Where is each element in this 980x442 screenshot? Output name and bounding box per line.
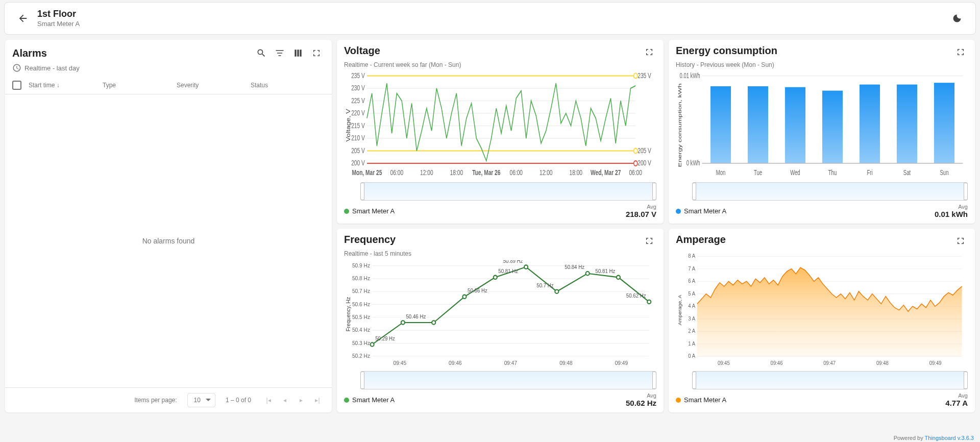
voltage-fullscreen-button[interactable] xyxy=(642,45,656,59)
svg-text:Sun: Sun xyxy=(940,168,948,177)
alarms-search-button[interactable] xyxy=(253,45,270,61)
minimap-handle-right[interactable] xyxy=(652,372,656,389)
svg-text:50.4 Hz: 50.4 Hz xyxy=(352,327,370,333)
svg-point-93 xyxy=(617,276,620,279)
minimap-handle-left[interactable] xyxy=(360,372,364,389)
voltage-chart[interactable]: 200 V205 V210 V215 V220 V225 V230 V235 V… xyxy=(337,71,664,179)
svg-text:50.62 Hz: 50.62 Hz xyxy=(626,293,646,299)
alarms-fullscreen-button[interactable] xyxy=(308,45,325,61)
svg-text:0 A: 0 A xyxy=(688,353,695,359)
amperage-chart[interactable]: 0 A1 A2 A3 A4 A5 A6 A7 A8 AAmperage, A09… xyxy=(669,252,975,368)
amperage-title: Amperage xyxy=(676,234,726,245)
svg-point-95 xyxy=(647,300,651,304)
voltage-card: Voltage Realtime - Current week so far (… xyxy=(337,40,664,224)
svg-text:Tue: Tue xyxy=(754,168,762,177)
amperage-legend: Smart Meter A xyxy=(684,396,726,404)
column-type[interactable]: Type xyxy=(103,82,177,89)
minimap-handle-right[interactable] xyxy=(652,183,656,200)
svg-rect-49 xyxy=(860,85,880,163)
svg-rect-53 xyxy=(934,83,954,163)
minimap-handle-right[interactable] xyxy=(964,183,968,200)
pager-prev-button[interactable]: ◂ xyxy=(278,393,292,407)
column-severity[interactable]: Severity xyxy=(177,82,251,89)
topbar-titles: 1st Floor Smart Meter A xyxy=(37,9,80,28)
alarms-timewindow[interactable]: Realtime - last day xyxy=(5,63,332,77)
alarms-columns-button[interactable] xyxy=(290,45,306,61)
svg-rect-45 xyxy=(785,87,805,163)
svg-text:225 V: 225 V xyxy=(351,96,365,105)
thingsboard-link[interactable]: Thingsboard v.3.6.3 xyxy=(925,435,974,441)
amperage-avg-caption: Avg xyxy=(945,392,968,399)
voltage-legend-dot xyxy=(344,209,349,214)
back-button[interactable] xyxy=(13,8,33,29)
fullscreen-icon xyxy=(645,48,653,56)
column-start-time[interactable]: Start time ↓ xyxy=(29,82,103,89)
svg-text:50.8 Hz: 50.8 Hz xyxy=(352,276,370,281)
svg-point-82 xyxy=(432,321,435,324)
svg-text:215 V: 215 V xyxy=(351,121,365,130)
columns-icon xyxy=(293,48,303,58)
sort-desc-icon: ↓ xyxy=(57,82,60,89)
alarms-empty-message: No alarms found xyxy=(5,94,332,387)
dark-mode-toggle[interactable] xyxy=(947,8,967,29)
svg-text:09:49: 09:49 xyxy=(615,360,628,366)
svg-text:09:48: 09:48 xyxy=(876,360,889,365)
alarms-filter-button[interactable] xyxy=(272,45,288,61)
frequency-legend: Smart Meter A xyxy=(352,396,395,404)
fullscreen-icon xyxy=(957,237,965,245)
page-subtitle: Smart Meter A xyxy=(37,20,80,28)
minimap-handle-left[interactable] xyxy=(692,372,696,389)
svg-text:200 V: 200 V xyxy=(351,159,365,167)
svg-text:Wed: Wed xyxy=(790,168,800,177)
pager-first-button[interactable]: |◂ xyxy=(261,393,276,407)
frequency-avg-caption: Avg xyxy=(626,392,656,399)
frequency-chart[interactable]: 50.2 Hz50.3 Hz50.4 Hz50.5 Hz50.6 Hz50.7 … xyxy=(337,260,664,368)
items-per-page-select[interactable]: 10 xyxy=(187,393,215,407)
frequency-subtitle: Realtime - last 5 minutes xyxy=(337,250,664,260)
minimap-handle-left[interactable] xyxy=(692,183,696,200)
svg-rect-41 xyxy=(710,86,731,163)
svg-text:Fri: Fri xyxy=(867,168,872,177)
amperage-minimap[interactable] xyxy=(692,371,968,389)
svg-text:4 A: 4 A xyxy=(688,303,695,309)
svg-text:2 A: 2 A xyxy=(688,328,695,334)
energy-card: Energy consumption History - Previous we… xyxy=(669,40,975,224)
svg-text:12:00: 12:00 xyxy=(420,168,433,177)
svg-text:06:00: 06:00 xyxy=(629,168,642,177)
svg-text:09:46: 09:46 xyxy=(771,360,783,365)
svg-text:Amperage, A: Amperage, A xyxy=(677,294,683,325)
minimap-handle-left[interactable] xyxy=(360,183,364,200)
frequency-fullscreen-button[interactable] xyxy=(642,234,656,248)
frequency-title: Frequency xyxy=(344,234,396,245)
minimap-handle-right[interactable] xyxy=(964,372,968,389)
svg-point-80 xyxy=(401,321,405,324)
svg-text:50.2 Hz: 50.2 Hz xyxy=(352,353,370,359)
svg-text:Wed, Mar 27: Wed, Mar 27 xyxy=(591,168,621,177)
svg-text:09:49: 09:49 xyxy=(929,360,942,365)
amperage-avg-value: 4.77 A xyxy=(945,399,968,407)
svg-text:230 V: 230 V xyxy=(351,84,365,92)
amperage-legend-dot xyxy=(676,398,681,403)
svg-text:7 A: 7 A xyxy=(688,266,695,272)
fullscreen-icon xyxy=(957,48,965,56)
fullscreen-icon xyxy=(312,49,321,57)
energy-fullscreen-button[interactable] xyxy=(953,45,968,59)
svg-text:3 A: 3 A xyxy=(688,316,695,322)
alarms-select-all-checkbox[interactable] xyxy=(12,81,21,90)
svg-rect-47 xyxy=(822,91,843,163)
energy-title: Energy consumption xyxy=(676,45,777,57)
frequency-avg-value: 50.62 Hz xyxy=(626,399,656,407)
pager-next-button[interactable]: ▸ xyxy=(294,393,308,407)
svg-text:50.81 Hz: 50.81 Hz xyxy=(498,268,518,274)
energy-minimap[interactable] xyxy=(692,182,968,201)
svg-text:Thu: Thu xyxy=(828,168,837,177)
energy-chart[interactable]: 0 kWh0.01 kWhEnergy consumption, kWhMonT… xyxy=(669,71,975,179)
svg-point-18 xyxy=(634,73,638,79)
items-per-page-label: Items per page: xyxy=(134,397,177,404)
svg-text:0 kWh: 0 kWh xyxy=(687,159,700,167)
voltage-minimap[interactable] xyxy=(360,182,656,201)
column-status[interactable]: Status xyxy=(251,82,325,89)
amperage-fullscreen-button[interactable] xyxy=(953,234,968,248)
frequency-minimap[interactable] xyxy=(360,371,656,389)
pager-last-button[interactable]: ▸| xyxy=(310,393,325,407)
